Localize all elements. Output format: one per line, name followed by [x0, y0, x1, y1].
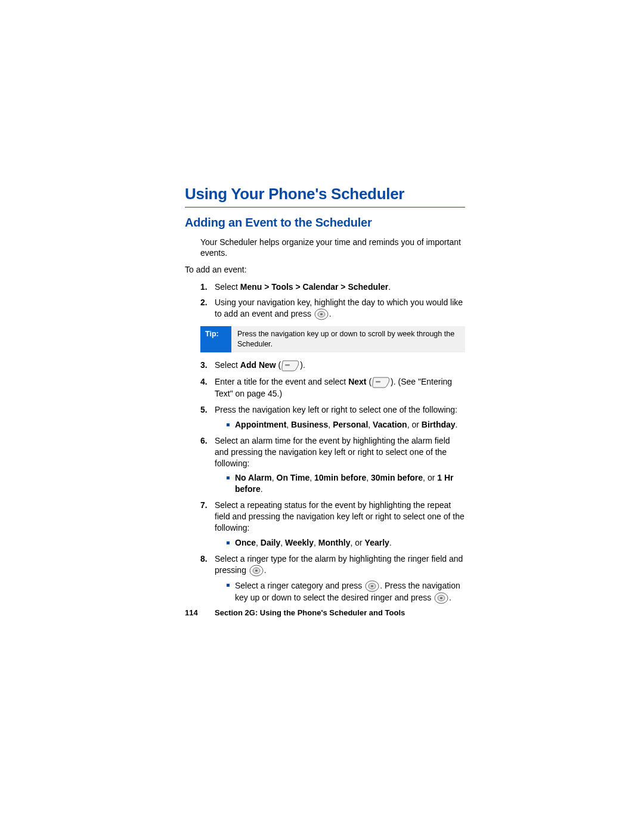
sep: , — [309, 473, 314, 482]
step-text: ( — [367, 377, 372, 386]
list-item: No Alarm, On Time, 10min before, 30min b… — [227, 472, 465, 495]
end: . — [456, 420, 458, 429]
add-new-label: Add New — [240, 360, 276, 370]
end: . — [389, 538, 392, 547]
step-8-sub: Select a ringer category and press . Pre… — [227, 580, 465, 604]
step-text: Press the navigation key left or right t… — [215, 405, 457, 414]
step-text: . — [264, 565, 267, 575]
option: Yearly — [365, 538, 389, 547]
sep: , — [368, 420, 373, 429]
list-item: Select a ringer category and press . Pre… — [227, 580, 465, 604]
menu-ok-icon — [365, 580, 379, 592]
option: Daily — [261, 538, 280, 547]
step-text: Select an alarm time for the event by hi… — [215, 436, 450, 468]
step-text: . — [388, 282, 391, 292]
step-5: Press the navigation key left or right t… — [200, 404, 465, 431]
step-text: . — [449, 593, 451, 602]
option: Birthday — [422, 420, 456, 429]
sep: , or — [423, 473, 437, 482]
tip-box: Tip: Press the navigation key up or down… — [200, 326, 465, 352]
option: Once — [235, 538, 256, 547]
softkey-icon — [372, 376, 390, 388]
sep: , — [272, 473, 277, 482]
step-text: Select a repeating status for the event … — [215, 500, 465, 532]
option: 30min before — [371, 473, 423, 482]
section-heading: Adding an Event to the Scheduler — [185, 216, 465, 230]
sep: , — [286, 420, 291, 429]
tip-content: Press the navigation key up or down to s… — [231, 326, 465, 352]
sep: , — [314, 538, 318, 547]
step-7-options: Once, Daily, Weekly, Monthly, or Yearly. — [227, 537, 465, 549]
page-title: Using Your Phone's Scheduler — [185, 185, 465, 203]
option: On Time — [277, 473, 310, 482]
step-text: Enter a title for the event and select — [215, 377, 348, 386]
footer-section-title: Section 2G: Using the Phone's Scheduler … — [215, 608, 405, 617]
option: Appointment — [235, 420, 286, 429]
list-item: Appointment, Business, Personal, Vacatio… — [227, 419, 465, 431]
step-2: Using your navigation key, highlight the… — [200, 297, 465, 320]
option: 10min before — [314, 473, 366, 482]
step-text: Using your navigation key, highlight the… — [215, 298, 463, 318]
step-8: Select a ringer type for the alarm by hi… — [200, 553, 465, 604]
step-text: Select — [215, 360, 240, 370]
step-5-options: Appointment, Business, Personal, Vacatio… — [227, 419, 465, 431]
step-6: Select an alarm time for the event by hi… — [200, 435, 465, 495]
page-number: 114 — [185, 608, 215, 617]
step-text: ( — [276, 360, 281, 370]
sep: , — [328, 420, 333, 429]
step-text: Select — [215, 282, 240, 292]
option: Personal — [333, 420, 368, 429]
softkey-icon — [281, 360, 299, 371]
option: No Alarm — [235, 473, 272, 482]
page-footer: 114 Section 2G: Using the Phone's Schedu… — [185, 608, 465, 617]
steps-list-continued: Select Add New (). Enter a title for the… — [200, 360, 465, 604]
option: Monthly — [318, 538, 351, 547]
document-page: Using Your Phone's Scheduler Adding an E… — [185, 185, 465, 609]
step-4: Enter a title for the event and select N… — [200, 376, 465, 400]
option: Weekly — [285, 538, 314, 547]
sep: , — [256, 538, 261, 547]
next-label: Next — [348, 377, 366, 386]
end: . — [261, 484, 263, 494]
step-text: ). — [300, 360, 305, 370]
sep: , or — [350, 538, 364, 547]
intro-paragraph: Your Scheduler helps organize your time … — [200, 237, 465, 258]
title-divider — [185, 207, 465, 208]
step-text: Select a ringer category and press — [235, 581, 364, 590]
step-1: Select Menu > Tools > Calendar > Schedul… — [200, 281, 465, 293]
sep: , — [366, 473, 371, 482]
list-item: Once, Daily, Weekly, Monthly, or Yearly. — [227, 537, 465, 549]
option: Vacation — [373, 420, 407, 429]
step-3: Select Add New (). — [200, 360, 465, 371]
lead-paragraph: To add an event: — [185, 264, 465, 275]
option: Business — [291, 420, 328, 429]
tip-label: Tip: — [200, 326, 231, 352]
steps-list: Select Menu > Tools > Calendar > Schedul… — [200, 281, 465, 321]
sep: , — [280, 538, 285, 547]
menu-ok-icon — [249, 565, 264, 577]
step-7: Select a repeating status for the event … — [200, 500, 465, 549]
menu-ok-icon — [314, 308, 329, 320]
menu-path: Menu > Tools > Calendar > Scheduler — [240, 282, 388, 292]
menu-ok-icon — [434, 592, 448, 604]
step-6-options: No Alarm, On Time, 10min before, 30min b… — [227, 472, 465, 495]
step-text: . — [329, 309, 332, 318]
sep: , or — [407, 420, 422, 429]
